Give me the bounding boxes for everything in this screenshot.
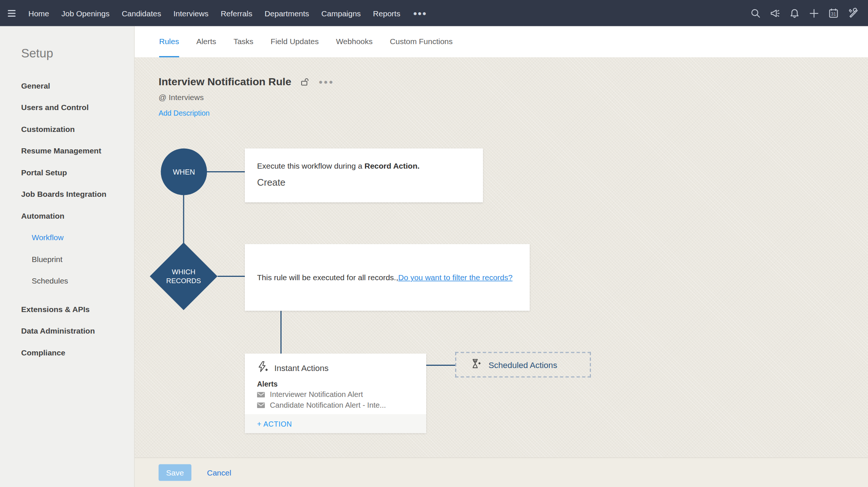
connector-when-to-which: [183, 195, 184, 244]
when-node: WHEN: [161, 149, 207, 195]
alerts-group-label: Alerts: [257, 380, 426, 388]
alert-item-interviewer[interactable]: Interviewer Notification Alert: [257, 390, 426, 399]
nav-item-interviews[interactable]: Interviews: [167, 9, 215, 17]
filter-records-link[interactable]: Do you want to filter the records?: [398, 273, 513, 282]
when-description-bold: Record Action.: [364, 161, 420, 170]
announcement-icon[interactable]: [769, 7, 781, 19]
nav-overflow-icon[interactable]: ●●●: [407, 9, 434, 17]
tools-icon[interactable]: [847, 7, 859, 19]
sidebar-item-schedules[interactable]: Schedules: [0, 270, 134, 292]
scheduled-actions-title: Scheduled Actions: [489, 360, 557, 370]
sidebar-item-data-administration[interactable]: Data Administration: [0, 320, 134, 342]
when-node-label: WHEN: [173, 168, 195, 176]
app-root: Home Job Openings Candidates Interviews …: [0, 0, 868, 487]
sidebar-list: General Users and Control Customization …: [0, 74, 134, 363]
page-head: Interview Notification Rule ●●● @ Interv…: [159, 76, 334, 118]
which-records-node-label: WHICH RECORDS: [150, 268, 217, 285]
when-value: Create: [257, 178, 483, 189]
alert-item-candidate[interactable]: Candidate Notification Alert - Inte...: [257, 401, 426, 410]
nav-item-candidates[interactable]: Candidates: [116, 9, 167, 17]
tab-rules[interactable]: Rules: [159, 26, 179, 57]
tab-alerts[interactable]: Alerts: [196, 26, 216, 57]
sidebar-item-compliance[interactable]: Compliance: [0, 341, 134, 363]
cancel-button[interactable]: Cancel: [207, 468, 231, 477]
connector-when-to-card: [207, 171, 245, 172]
hamburger-menu-icon[interactable]: [8, 10, 16, 16]
navbar-icon-group: 31: [750, 7, 868, 19]
sidebar-item-portal-setup[interactable]: Portal Setup: [0, 161, 134, 183]
connector-which-to-instant: [280, 311, 282, 354]
when-description: Execute this workflow during a Record Ac…: [257, 161, 483, 170]
footer-bar: Save Cancel: [135, 458, 868, 487]
tab-custom-functions[interactable]: Custom Functions: [390, 26, 453, 57]
instant-actions-card[interactable]: Instant Actions Alerts Interviewer Notif…: [245, 354, 426, 433]
nav-item-referrals[interactable]: Referrals: [214, 9, 258, 17]
connector-which-to-card: [218, 276, 245, 277]
sidebar-item-workflow[interactable]: Workflow: [0, 226, 134, 248]
which-records-card[interactable]: This rule will be executed for all recor…: [245, 244, 530, 311]
scheduled-actions-hourglass-icon: [470, 358, 481, 371]
workflow-tabbar: Rules Alerts Tasks Field Updates Webhook…: [135, 26, 868, 57]
nav-item-home[interactable]: Home: [22, 9, 55, 17]
email-icon: [257, 402, 265, 408]
instant-actions-lightning-icon: [257, 361, 269, 375]
sidebar-item-extensions-apis[interactable]: Extensions & APIs: [0, 298, 134, 320]
notification-bell-icon[interactable]: [789, 7, 801, 19]
module-label: @ Interviews: [159, 93, 334, 102]
instant-actions-title: Instant Actions: [274, 363, 329, 373]
more-options-icon[interactable]: ●●●: [319, 78, 334, 86]
scheduled-actions-box[interactable]: Scheduled Actions: [455, 352, 591, 378]
email-icon: [257, 392, 265, 397]
connector-instant-to-scheduled: [426, 365, 455, 366]
calendar-icon[interactable]: 31: [828, 7, 840, 19]
search-icon[interactable]: [750, 7, 762, 19]
sidebar-title: Setup: [0, 26, 134, 61]
tab-tasks[interactable]: Tasks: [233, 26, 253, 57]
sidebar-item-users-and-control[interactable]: Users and Control: [0, 96, 134, 118]
when-card[interactable]: Execute this workflow during a Record Ac…: [245, 149, 483, 203]
save-button[interactable]: Save: [159, 464, 192, 481]
which-records-text: This rule will be executed for all recor…: [257, 273, 398, 282]
page-title: Interview Notification Rule: [159, 76, 292, 88]
add-icon[interactable]: [808, 7, 820, 19]
nav-item-departments[interactable]: Departments: [259, 9, 315, 17]
nav-item-reports[interactable]: Reports: [367, 9, 407, 17]
setup-sidebar: Setup General Users and Control Customiz…: [0, 26, 135, 487]
sidebar-item-customization[interactable]: Customization: [0, 118, 134, 140]
unlock-icon[interactable]: [300, 77, 309, 87]
sidebar-item-automation[interactable]: Automation: [0, 205, 134, 226]
top-navbar: Home Job Openings Candidates Interviews …: [0, 0, 868, 26]
sidebar-item-blueprint[interactable]: Blueprint: [0, 248, 134, 270]
add-action-link[interactable]: + ACTION: [257, 420, 292, 428]
tab-field-updates[interactable]: Field Updates: [271, 26, 319, 57]
sidebar-item-job-boards-integration[interactable]: Job Boards Integration: [0, 183, 134, 205]
tab-webhooks[interactable]: Webhooks: [336, 26, 373, 57]
nav-item-job-openings[interactable]: Job Openings: [55, 9, 116, 17]
sidebar-item-resume-management[interactable]: Resume Management: [0, 140, 134, 162]
nav-item-campaigns[interactable]: Campaigns: [315, 9, 367, 17]
sidebar-item-general[interactable]: General: [0, 74, 134, 96]
svg-text:31: 31: [831, 11, 836, 16]
add-description-link[interactable]: Add Description: [159, 109, 210, 117]
instant-actions-footer: + ACTION: [245, 414, 426, 433]
